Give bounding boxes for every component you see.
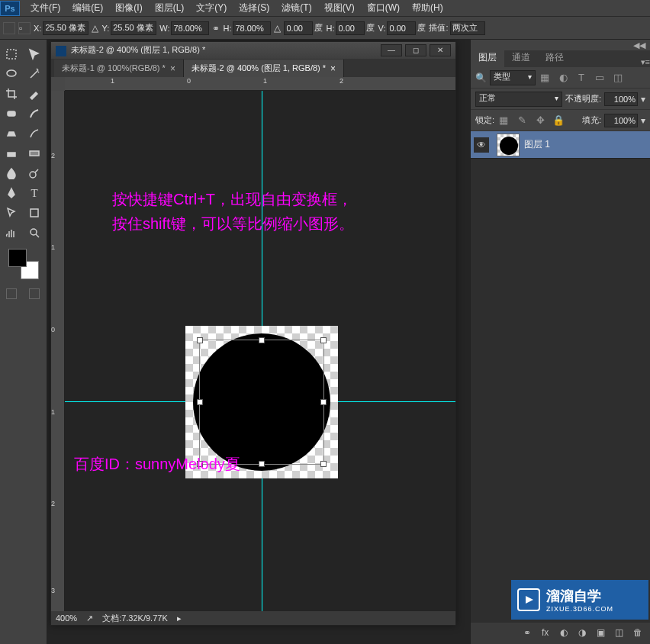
- fill-input[interactable]: [604, 114, 638, 127]
- filter-shape-icon[interactable]: ▭: [594, 72, 606, 83]
- document-tab[interactable]: 未标题-1 @ 100%(RGB/8) *×: [54, 60, 184, 77]
- layer-mask-icon[interactable]: ◐: [560, 627, 572, 639]
- lock-pixels-icon[interactable]: ✎: [516, 114, 528, 126]
- chevron-down-icon[interactable]: ▾: [641, 115, 645, 126]
- lock-position-icon[interactable]: ✥: [534, 114, 546, 126]
- blur-tool[interactable]: [1, 164, 22, 182]
- color-swatches[interactable]: [8, 249, 39, 279]
- tab-channels[interactable]: 通道: [504, 48, 538, 67]
- lasso-tool[interactable]: [1, 65, 22, 83]
- transform-handle[interactable]: [320, 337, 327, 343]
- transform-handle[interactable]: [320, 461, 327, 467]
- transform-handle[interactable]: [320, 399, 327, 405]
- opacity-input[interactable]: [604, 92, 638, 106]
- zoom-tool[interactable]: [24, 224, 45, 242]
- magic-wand-tool[interactable]: [24, 65, 45, 83]
- brush-tool[interactable]: [24, 105, 45, 123]
- layer-fx-icon[interactable]: fx: [542, 627, 554, 639]
- tab-close-icon[interactable]: ×: [330, 63, 336, 74]
- menu-type[interactable]: 文字(Y): [190, 0, 233, 17]
- transform-handle[interactable]: [197, 337, 203, 343]
- marquee-rect-tool[interactable]: [1, 45, 22, 63]
- filter-adjustment-icon[interactable]: ◐: [557, 72, 569, 83]
- zoom-level[interactable]: 400%: [56, 613, 77, 623]
- swap-xy-icon[interactable]: △: [92, 23, 98, 34]
- chevron-down-icon[interactable]: ▾: [641, 94, 645, 105]
- w-input[interactable]: [171, 21, 209, 35]
- type-tool[interactable]: T: [24, 184, 45, 202]
- healing-brush-tool[interactable]: [1, 105, 22, 123]
- hand-tool[interactable]: [1, 224, 22, 242]
- chevron-right-icon[interactable]: ▸: [177, 613, 182, 623]
- transform-handle[interactable]: [259, 337, 265, 343]
- reference-point-icon[interactable]: ▫: [18, 22, 31, 34]
- tab-paths[interactable]: 路径: [538, 48, 571, 67]
- link-layers-icon[interactable]: ⚭: [523, 627, 536, 639]
- visibility-eye-icon[interactable]: 👁: [474, 137, 489, 153]
- lock-all-icon[interactable]: 🔒: [552, 114, 565, 126]
- collapse-icon[interactable]: ◀◀: [633, 40, 645, 50]
- panel-menu-icon[interactable]: ▾≡: [641, 57, 650, 67]
- close-button[interactable]: ✕: [430, 44, 451, 56]
- path-select-tool[interactable]: [1, 204, 22, 222]
- link-wh-icon[interactable]: ⚭: [212, 23, 220, 34]
- free-transform-box[interactable]: [199, 340, 324, 465]
- canvas-area[interactable]: 按快捷键Ctrl+T，出现自由变换框， 按住shift键，可以等比例缩小图形。 …: [65, 91, 455, 611]
- menu-window[interactable]: 窗口(W): [361, 0, 406, 17]
- crop-tool[interactable]: [1, 85, 22, 103]
- tab-layers[interactable]: 图层: [471, 48, 504, 67]
- doc-info[interactable]: 文档:7.32K/9.77K: [102, 613, 168, 624]
- minimize-button[interactable]: —: [381, 44, 402, 56]
- move-tool[interactable]: [24, 45, 45, 63]
- quick-mask-icon[interactable]: [6, 288, 17, 299]
- transform-handle[interactable]: [259, 461, 265, 467]
- dodge-tool[interactable]: [24, 164, 45, 182]
- h-input[interactable]: [233, 21, 271, 35]
- filter-pixel-icon[interactable]: ▦: [539, 72, 551, 83]
- foreground-color[interactable]: [8, 249, 27, 267]
- filter-type-dropdown[interactable]: 类型: [490, 70, 536, 85]
- clone-stamp-tool[interactable]: [1, 124, 22, 143]
- new-layer-icon[interactable]: ◫: [615, 627, 627, 639]
- transform-handle[interactable]: [197, 399, 203, 405]
- layer-group-icon[interactable]: ▣: [597, 627, 609, 639]
- skewh-input[interactable]: [336, 21, 365, 35]
- ruler-vertical[interactable]: 2 1 0 1 2 3: [51, 91, 65, 611]
- menu-view[interactable]: 视图(V): [318, 0, 361, 17]
- menu-help[interactable]: 帮助(H): [406, 0, 449, 17]
- layer-row[interactable]: 👁 图层 1: [471, 131, 650, 159]
- menu-file[interactable]: 文件(F): [24, 0, 66, 17]
- arrow-icon[interactable]: ↗: [86, 613, 93, 623]
- transform-tool-icon[interactable]: [3, 22, 15, 34]
- menu-edit[interactable]: 编辑(E): [66, 0, 109, 17]
- ruler-horizontal[interactable]: 1 0 1 2: [65, 77, 455, 91]
- menu-filter[interactable]: 滤镜(T): [275, 0, 317, 17]
- document-tab[interactable]: 未标题-2 @ 400% (图层 1, RGB/8) *×: [184, 60, 344, 77]
- layer-name[interactable]: 图层 1: [524, 138, 550, 151]
- y-input[interactable]: [111, 21, 156, 35]
- lock-transparency-icon[interactable]: ▦: [497, 114, 510, 126]
- menu-layer[interactable]: 图层(L): [149, 0, 191, 17]
- eraser-tool[interactable]: [1, 144, 22, 163]
- menu-select[interactable]: 选择(S): [233, 0, 275, 17]
- screen-mode-icon[interactable]: [29, 288, 40, 299]
- skewv-input[interactable]: [387, 21, 416, 35]
- pen-tool[interactable]: [1, 184, 22, 202]
- gradient-tool[interactable]: [24, 144, 45, 163]
- filter-smart-icon[interactable]: ◫: [612, 72, 624, 83]
- adjustment-layer-icon[interactable]: ◑: [578, 627, 590, 639]
- blend-mode-dropdown[interactable]: 正常: [475, 92, 562, 107]
- shape-tool[interactable]: [24, 204, 45, 222]
- layer-thumbnail[interactable]: [497, 134, 520, 156]
- interp-dropdown[interactable]: [450, 21, 485, 35]
- filter-icon[interactable]: 🔍: [475, 72, 487, 83]
- tab-close-icon[interactable]: ×: [170, 63, 175, 74]
- delete-layer-icon[interactable]: 🗑: [633, 627, 645, 639]
- angle-input[interactable]: [284, 21, 313, 35]
- document-titlebar[interactable]: 未标题-2 @ 400% (图层 1, RGB/8) * — ◻ ✕: [51, 42, 455, 59]
- history-brush-tool[interactable]: [24, 124, 45, 143]
- filter-type-icon[interactable]: T: [575, 72, 587, 83]
- maximize-button[interactable]: ◻: [405, 44, 426, 56]
- x-input[interactable]: [43, 21, 88, 35]
- eyedropper-tool[interactable]: [24, 85, 45, 103]
